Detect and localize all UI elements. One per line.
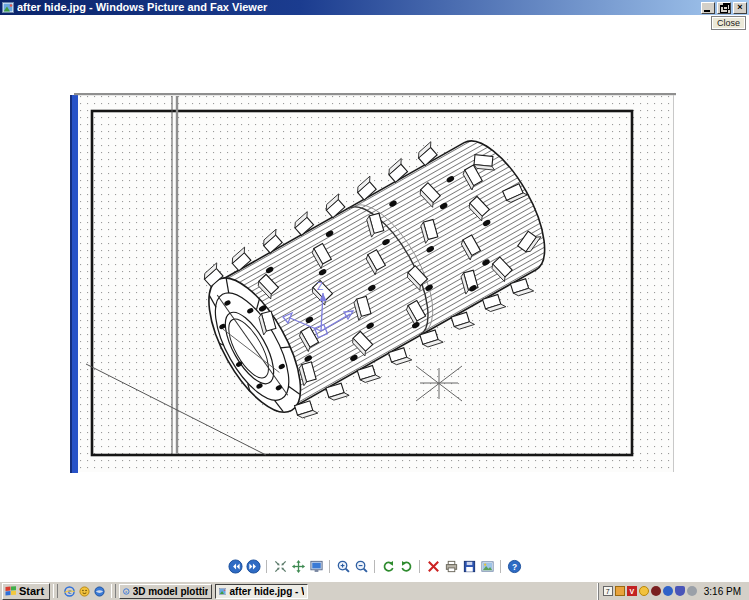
desktop: { "titlebar": { "title": "after hide.jpg… (0, 0, 749, 600)
tray-icon-network[interactable] (663, 586, 673, 596)
internet-explorer-icon[interactable]: e (64, 586, 75, 597)
task-button-3d-model-plotting[interactable]: e 3D model plotting - Wind... (119, 584, 212, 599)
point-marker (416, 366, 462, 401)
slideshow-icon (309, 559, 324, 574)
zoom-in-button[interactable] (335, 558, 351, 574)
viewed-image: Z (70, 93, 676, 473)
toolbar-separator (500, 560, 501, 573)
next-image-icon (246, 559, 261, 574)
ucs-z-label: Z (317, 281, 323, 292)
zoom-out-icon (354, 559, 369, 574)
rotate-clockwise-icon (399, 559, 414, 574)
best-fit-button[interactable] (272, 558, 288, 574)
cad-model-image: Z (70, 93, 676, 473)
viewer-toolbar: ? (0, 557, 749, 575)
toolbar-separator (419, 560, 420, 573)
edit-image-button[interactable] (479, 558, 495, 574)
task-label: after hide.jpg - Windo... (229, 586, 304, 597)
close-button[interactable]: Close (711, 16, 746, 30)
save-button[interactable] (461, 558, 477, 574)
window-title: after hide.jpg - Windows Picture and Fax… (17, 0, 699, 15)
next-image-button[interactable] (245, 558, 261, 574)
picture-viewer-icon (219, 586, 226, 597)
titlebar: after hide.jpg - Windows Picture and Fax… (0, 0, 749, 15)
tray-icon-misc[interactable] (687, 586, 697, 596)
picture-viewer-app-icon (2, 2, 14, 13)
delete-icon (426, 559, 441, 574)
save-icon (462, 559, 477, 574)
rotate-counterclockwise-button[interactable] (380, 558, 396, 574)
edit-image-icon (480, 559, 495, 574)
windows-logo-icon (5, 586, 17, 597)
close-window-button[interactable]: × (733, 2, 747, 14)
print-icon (444, 559, 459, 574)
svg-text:?: ? (511, 561, 516, 571)
close-icon: × (737, 3, 742, 12)
internet-explorer-icon: e (123, 586, 130, 597)
rotate-clockwise-button[interactable] (398, 558, 414, 574)
toolbar-separator (329, 560, 330, 573)
zoom-out-button[interactable] (353, 558, 369, 574)
system-tray: 7 V 3:16 PM (598, 583, 749, 600)
previous-image-button[interactable] (227, 558, 243, 574)
help-button[interactable]: ? (506, 558, 522, 574)
task-label: 3D model plotting - Wind... (133, 586, 208, 597)
restore-button[interactable] (717, 2, 731, 14)
frame-top-line (74, 93, 676, 95)
taskbar-handle[interactable] (111, 584, 116, 598)
tray-icon-antivirus[interactable]: V (627, 586, 637, 596)
quick-launch: e (61, 586, 108, 597)
tray-icon-volume[interactable] (651, 586, 661, 596)
messenger-icon[interactable] (79, 586, 90, 597)
rotate-counterclockwise-icon (381, 559, 396, 574)
previous-image-icon (228, 559, 243, 574)
taskbar: Start e e 3D model plotting - Wind... af… (0, 581, 749, 600)
best-fit-icon (273, 559, 288, 574)
tray-icon-keyboard-layout[interactable]: 7 (603, 586, 613, 596)
start-slideshow-button[interactable] (308, 558, 324, 574)
toolbar-separator (374, 560, 375, 573)
delete-button[interactable] (425, 558, 441, 574)
tray-icon-scheduler[interactable] (615, 586, 625, 596)
tray-icon-shield[interactable] (675, 586, 685, 596)
taskbar-clock[interactable]: 3:16 PM (699, 586, 745, 597)
minimize-icon (704, 10, 710, 12)
help-icon: ? (507, 559, 522, 574)
actual-size-button[interactable] (290, 558, 306, 574)
task-button-after-hide[interactable]: after hide.jpg - Windo... (215, 584, 308, 599)
start-button[interactable]: Start (2, 583, 50, 600)
taskbar-handle[interactable] (53, 584, 58, 598)
start-label: Start (19, 585, 44, 597)
toolbar-separator (266, 560, 267, 573)
print-button[interactable] (443, 558, 459, 574)
zoom-in-icon (336, 559, 351, 574)
restore-icon (720, 5, 728, 13)
windows-explorer-icon[interactable] (94, 586, 105, 597)
actual-size-icon (291, 559, 306, 574)
tray-icon-messenger-status[interactable] (639, 586, 649, 596)
minimize-button[interactable] (701, 2, 715, 14)
